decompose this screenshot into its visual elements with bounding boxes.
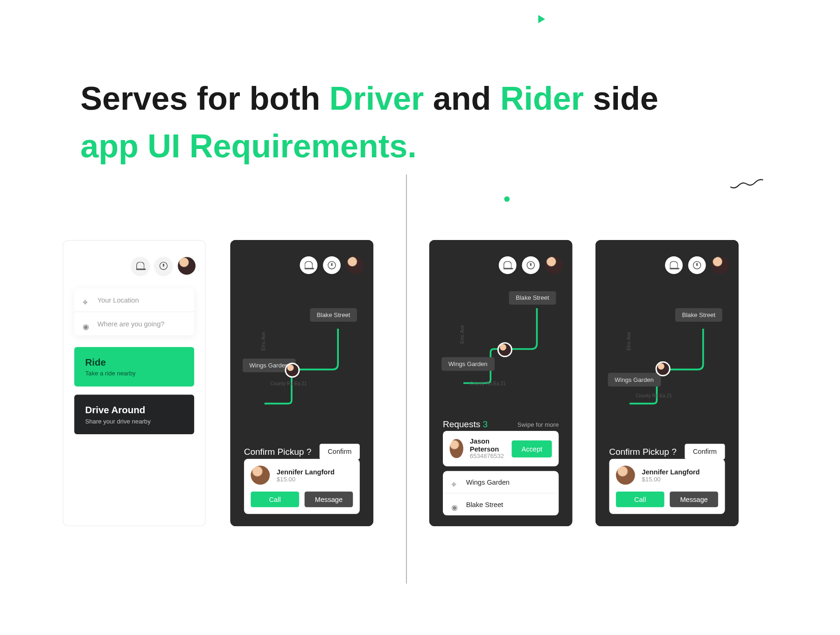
driver-marker[interactable] [656,361,671,376]
dropoff-location[interactable]: Blake Street [443,493,559,515]
input-placeholder: Your Location [98,296,139,303]
user-name: Jennifer Langford [277,468,335,475]
street-label: Blake Street [310,308,357,322]
dot-icon [504,196,510,202]
user-card: Jennifer Langford $15.00 Call Message [244,459,360,514]
bell-icon[interactable] [665,256,683,274]
phone-confirm-pickup: Blake Street Wings Garden Elric Ave Coun… [230,240,373,526]
road-label: Elric Ave [626,332,631,351]
road-label: County Rd Ea 21 [636,393,672,398]
location-card: Wings Garden Blake Street [443,471,559,515]
avatar[interactable] [545,256,563,274]
requests-count: 3 [483,419,488,430]
ride-title: Ride [85,357,183,367]
road-label: Elric Ave [460,325,465,344]
confirm-title: Confirm Pickup ? [609,446,677,457]
drive-title: Drive Around [85,404,183,415]
ride-subtitle: Take a ride nearby [85,370,183,377]
phone-requests: Blake Street Wings Garden Elric Ave Coun… [429,240,573,526]
ride-button[interactable]: Ride Take a ride nearby [74,347,194,387]
bell-icon[interactable] [300,256,317,274]
user-price: $15.00 [642,475,700,482]
phone-confirm-pickup-alt: Blake Street Wings Garden Elric Ave Coun… [595,240,739,526]
user-avatar[interactable] [251,466,270,485]
street-label: Wings Garden [608,373,660,387]
drive-subtitle: Share your drive nearby [85,418,183,425]
phone-rider-home: Your Location Where are you going? Ride … [63,240,206,526]
pin-icon [83,320,91,328]
message-button[interactable]: Message [670,492,718,508]
rider-avatar [450,439,463,458]
request-card[interactable]: Jason Peterson 6534876532 Accept [443,431,559,466]
bell-icon[interactable] [499,256,517,274]
user-avatar[interactable] [616,466,635,485]
clock-icon[interactable] [323,256,341,274]
road-label: Elric Ave [261,332,266,351]
vertical-divider [406,175,406,584]
clock-icon[interactable] [154,257,172,275]
destination-input[interactable]: Where are you going? [74,311,194,335]
driver-marker[interactable] [285,363,300,378]
location-text: Blake Street [466,501,504,508]
clock-icon[interactable] [688,256,706,274]
rider-code: 6534876532 [470,452,505,459]
pickup-location[interactable]: Wings Garden [443,471,559,493]
rider-name: Jason Peterson [470,437,505,452]
avatar[interactable] [178,257,196,275]
call-button[interactable]: Call [251,492,299,508]
user-price: $15.00 [277,475,335,482]
confirm-title: Confirm Pickup ? [244,446,312,457]
avatar[interactable] [346,256,364,274]
confirm-button[interactable]: Confirm [320,444,360,459]
call-button[interactable]: Call [616,492,665,508]
confirm-button[interactable]: Confirm [685,444,725,459]
pin-icon [451,501,460,509]
your-location-input[interactable]: Your Location [74,289,194,312]
road-label: County Rd Ea 21 [271,381,307,386]
search-card: Your Location Where are you going? [74,289,194,336]
play-icon [538,15,545,23]
requests-title: Requests 3 [443,419,488,430]
drive-around-button[interactable]: Drive Around Share your drive nearby [74,395,194,434]
swipe-hint: Swipe for more [518,421,559,428]
squiggle-decoration [729,177,766,191]
accept-button[interactable]: Accept [512,440,552,457]
user-card: Jennifer Langford $15.00 Call Message [609,459,725,514]
target-icon [83,296,91,304]
clock-icon[interactable] [522,256,539,274]
road-label: County Rd Ea 21 [469,381,506,386]
input-placeholder: Where are you going? [98,320,165,327]
avatar[interactable] [711,256,729,274]
street-label: Wings Garden [441,357,494,371]
driver-marker[interactable] [497,342,512,357]
street-label: Blake Street [509,291,556,304]
target-icon [451,478,460,486]
message-button[interactable]: Message [305,492,353,508]
page-title: Serves for both Driver and Rider side ap… [80,75,658,170]
user-name: Jennifer Langford [642,468,700,475]
bell-icon[interactable] [132,257,149,275]
location-text: Wings Garden [466,478,510,486]
street-label: Blake Street [675,308,722,322]
